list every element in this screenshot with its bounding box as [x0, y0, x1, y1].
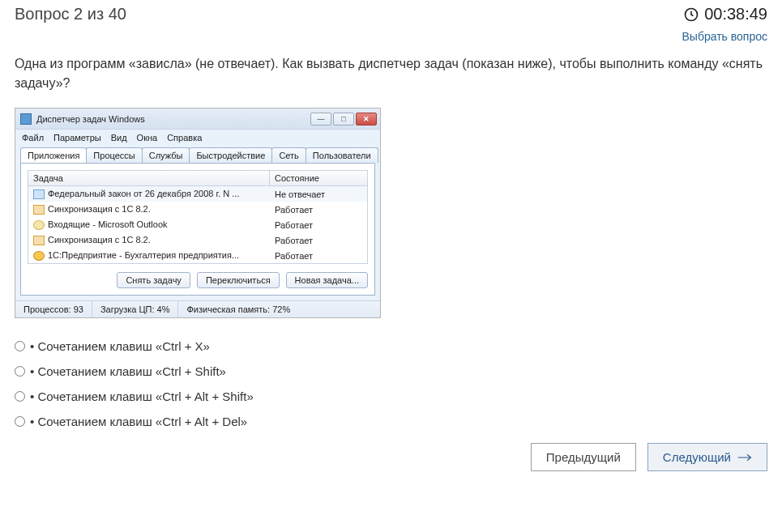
col-header-state: Состояние	[270, 171, 367, 185]
tab-procs: Процессы	[86, 147, 142, 163]
question-prompt: Одна из программ «зависла» (не отвечает)…	[15, 54, 767, 93]
answer-option-3[interactable]: • Сочетанием клавиш «Ctrl + Alt + Shift»	[15, 389, 767, 403]
row-state: Не отвечает	[270, 187, 367, 202]
clock-icon	[683, 6, 699, 23]
menu-windows: Окна	[137, 133, 158, 143]
question-title: Вопрос 2 из 40	[15, 5, 126, 23]
menu-params: Параметры	[53, 133, 101, 143]
window-title: Диспетчер задач Windows	[36, 114, 145, 124]
answer-radio-3[interactable]	[15, 391, 25, 402]
tab-svcs: Службы	[142, 147, 190, 163]
timer: 00:38:49	[683, 5, 767, 23]
menu-help: Справка	[167, 133, 202, 143]
row-task: Синхронизация с 1С 8.2.	[48, 235, 151, 245]
end-task-button: Снять задачу	[117, 272, 190, 288]
row-task: Входящие - Microsoft Outlook	[48, 219, 168, 229]
table-row: 1С:Предприятие - Бухгалтерия предприятия…	[28, 248, 367, 263]
list-header: Задача Состояние	[28, 170, 368, 186]
table-row: Федеральный закон от 26 декабря 2008 г. …	[28, 186, 367, 202]
mail-icon	[33, 220, 45, 230]
arrow-right-icon	[737, 453, 752, 462]
answer-option-4[interactable]: • Сочетанием клавиш «Ctrl + Alt + Del»	[15, 415, 767, 428]
tab-content: Задача Состояние Федеральный закон от 26…	[20, 163, 375, 296]
maximize-icon: □	[333, 113, 354, 126]
answer-radio-2[interactable]	[15, 366, 25, 377]
answer-label-3: • Сочетанием клавиш «Ctrl + Alt + Shift»	[30, 389, 254, 403]
row-task: 1С:Предприятие - Бухгалтерия предприятия…	[48, 250, 239, 260]
statusbar: Процессов: 93 Загрузка ЦП: 4% Физическая…	[15, 300, 380, 317]
new-task-button: Новая задача...	[286, 272, 368, 288]
close-icon: ✕	[356, 113, 377, 126]
answer-radio-4[interactable]	[15, 416, 25, 427]
timer-value: 00:38:49	[704, 5, 767, 23]
sync-icon	[33, 236, 45, 245]
row-task: Федеральный закон от 26 декабря 2008 г. …	[48, 189, 239, 198]
row-state: Работает	[270, 233, 367, 248]
titlebar: Диспетчер задач Windows — □ ✕	[15, 109, 380, 130]
app-icon	[20, 113, 32, 125]
answer-radio-1[interactable]	[15, 341, 25, 351]
tabstrip: Приложения Процессы Службы Быстродействи…	[15, 147, 380, 163]
col-header-task: Задача	[28, 171, 270, 185]
row-state: Работает	[270, 218, 367, 232]
menu-view: Вид	[111, 133, 127, 143]
1c-icon	[33, 251, 45, 261]
prev-button[interactable]: Предыдущий	[531, 443, 636, 471]
next-button[interactable]: Следующий	[647, 443, 767, 471]
answers: • Сочетанием клавиш «Ctrl + X» • Сочетан…	[15, 339, 767, 428]
answer-option-2[interactable]: • Сочетанием клавиш «Ctrl + Shift»	[15, 364, 767, 378]
menu-file: Файл	[22, 133, 44, 143]
table-row: Входящие - Microsoft Outlook Работает	[28, 217, 367, 232]
status-procs: Процессов: 93	[15, 301, 92, 317]
select-question-link[interactable]: Выбрать вопрос	[682, 30, 768, 43]
menubar: Файл Параметры Вид Окна Справка	[15, 130, 380, 146]
status-cpu: Загрузка ЦП: 4%	[92, 301, 179, 317]
tab-apps: Приложения	[20, 147, 87, 163]
row-state: Работает	[270, 202, 367, 217]
minimize-icon: —	[310, 113, 331, 126]
answer-option-1[interactable]: • Сочетанием клавиш «Ctrl + X»	[15, 339, 767, 353]
tab-net: Сеть	[271, 147, 306, 163]
next-button-label: Следующий	[663, 450, 731, 464]
table-row: Синхронизация с 1С 8.2. Работает	[28, 202, 367, 217]
tab-perf: Быстродействие	[189, 147, 272, 163]
table-row: Синхронизация с 1С 8.2. Работает	[28, 232, 367, 248]
prev-button-label: Предыдущий	[546, 450, 621, 464]
status-mem: Физическая память: 72%	[178, 301, 380, 317]
task-manager-window: Диспетчер задач Windows — □ ✕ Файл Парам…	[15, 108, 381, 318]
list-body: Федеральный закон от 26 декабря 2008 г. …	[28, 186, 368, 264]
row-task: Синхронизация с 1С 8.2.	[48, 204, 151, 214]
tab-users: Пользователи	[306, 147, 378, 163]
answer-label-4: • Сочетанием клавиш «Ctrl + Alt + Del»	[30, 415, 247, 428]
row-state: Работает	[270, 249, 367, 263]
doc-icon	[33, 189, 45, 199]
sync-icon	[33, 205, 45, 215]
switch-to-button: Переключиться	[197, 272, 280, 288]
answer-label-1: • Сочетанием клавиш «Ctrl + X»	[30, 339, 210, 353]
answer-label-2: • Сочетанием клавиш «Ctrl + Shift»	[30, 364, 226, 378]
